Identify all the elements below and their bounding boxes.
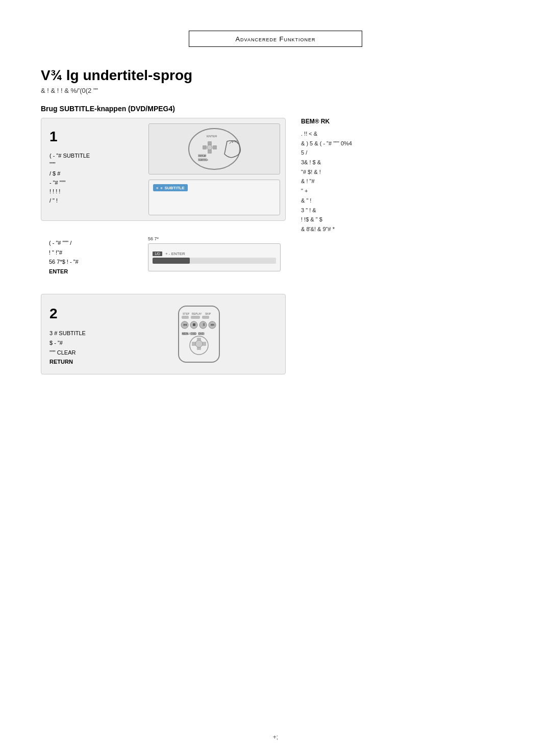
svg-text:REPLAY: REPLAY (198, 155, 207, 157)
step2-number: 2 (49, 301, 135, 326)
screen-bar-dot1: ■ (156, 186, 158, 190)
progress-bar-area: 1/D + - ENTER (148, 243, 281, 271)
svg-text:REPLAY: REPLAY (192, 312, 202, 315)
step2-left: 2 3 # SUBTITLE $ - "# """ CLEAR RETURN (41, 294, 143, 374)
step1-text2: """ (49, 160, 135, 169)
section-heading: Brug SUBTITLE-knappen (DVD/MPEG4) (41, 105, 510, 113)
step1-text1: ( - "# SUBTITLE (49, 152, 135, 161)
svg-text:MENU: MENU (182, 332, 190, 335)
time-label: 56 7* (148, 236, 281, 241)
step1-text6: / " ! (49, 196, 135, 206)
page-wrapper: Advancerede Funktioner V¾ lg undertitel-… (0, 0, 551, 756)
step1-text3: / $ # (49, 169, 135, 179)
progress-labels: 1/D + - ENTER (153, 251, 276, 256)
step2-text2: $ - "# (49, 338, 135, 348)
note-text: . !! < & & ) 5 & ( - "# """ 0%4 5 / 3& !… (301, 129, 510, 234)
remote-image-step1: ENTER REPLAY SUBTITLE (148, 123, 280, 174)
svg-text:⏸: ⏸ (202, 322, 206, 327)
note-line-0: . !! < & (301, 129, 510, 139)
step2-text3: """ CLEAR (49, 348, 135, 358)
svg-rect-15 (182, 316, 189, 319)
step1-number: 1 (49, 125, 135, 148)
svg-rect-3 (203, 145, 207, 149)
step1-p2-text2: ! " !"# (49, 248, 135, 258)
right-column: BEM® RK . !! < & & ) 5 & ( - "# """ 0%4 … (301, 118, 510, 374)
note-line-4: "# $! & ! (301, 167, 510, 177)
svg-text:SKIP: SKIP (205, 312, 211, 315)
subtitle-text: & ! & ! ! & %/'(0(2 "" (41, 87, 510, 94)
progress-track (153, 258, 276, 264)
footer-page: +; (273, 734, 278, 741)
svg-text:⏮: ⏮ (183, 322, 187, 327)
step1-left: 1 ( - "# SUBTITLE """ / $ # - "# """ ! !… (41, 118, 143, 220)
svg-text:⏹: ⏹ (192, 322, 196, 327)
step1-right: ENTER REPLAY SUBTITLE (143, 118, 285, 220)
step1-p2-text1: ( - "# """ / (49, 238, 135, 248)
svg-text:⏭: ⏭ (211, 322, 215, 327)
note-line-5: & ! "# (301, 177, 510, 186)
note-line-8: 3 " ! & (301, 206, 510, 215)
svg-point-37 (195, 340, 203, 347)
header-box: Advancerede Funktioner (189, 31, 362, 47)
step1-text5: ! ! ! ! (49, 187, 135, 196)
note-line-7: & " ! (301, 196, 510, 206)
step1-p2-text4: ENTER (49, 267, 135, 276)
step1-container: 1 ( - "# SUBTITLE """ / $ # - "# """ ! !… (41, 118, 286, 221)
subtitle-screen-bar: ■ ■ SUBTITLE (153, 184, 188, 191)
two-column-layout: 1 ( - "# SUBTITLE """ / $ # - "# """ ! !… (41, 118, 510, 374)
note-line-2: 5 / (301, 148, 510, 158)
svg-rect-16 (191, 316, 200, 319)
step2-right: STEP REPLAY SKIP ⏮ ⏹ ⏸ ⏭ (143, 294, 285, 374)
note-line-6: " + (301, 186, 510, 196)
note-line-10: & 8'&! & 9"# * (301, 224, 510, 234)
note-line-1: & ) 5 & ( - "# """ 0%4 (301, 139, 510, 148)
step1-part2-right: 56 7* 1/D + - ENTER (143, 231, 286, 284)
step1-part2-left: ( - "# """ / ! " !"# 56 7*$ ! - "# ENTER (41, 231, 143, 284)
svg-text:OSD: OSD (191, 332, 196, 335)
progress-fill (153, 258, 190, 264)
svg-text:STEP: STEP (183, 312, 190, 315)
step1-text4: - "# """ (49, 179, 135, 188)
step2-container: 2 3 # SUBTITLE $ - "# """ CLEAR RETURN S… (41, 294, 286, 374)
left-column: 1 ( - "# SUBTITLE """ / $ # - "# """ ! !… (41, 118, 286, 374)
remote-svg-step1: ENTER REPLAY SUBTITLE (176, 126, 253, 172)
progress-enter-label: + - ENTER (165, 251, 185, 256)
header-title: Advancerede Funktioner (235, 35, 315, 43)
svg-rect-4 (213, 145, 217, 149)
remote-svg-step2: STEP REPLAY SKIP ⏮ ⏹ ⏸ ⏭ (168, 304, 260, 365)
svg-point-5 (207, 145, 212, 150)
svg-text:DVD: DVD (198, 332, 204, 335)
svg-text:SUBTITLE: SUBTITLE (198, 159, 208, 161)
svg-rect-17 (202, 316, 209, 319)
step2-text1: 3 # SUBTITLE (49, 329, 135, 338)
note-line-9: ! !$ & " $ (301, 215, 510, 224)
svg-text:ENTER: ENTER (207, 135, 217, 138)
progress-label-1d: 1/D (153, 251, 162, 256)
screen-subtitle-bar: ■ ■ SUBTITLE (148, 180, 280, 215)
progress-wrapper: 1/D + - ENTER (153, 251, 276, 264)
page-title: V¾ lg undertitel-sprog (41, 67, 510, 84)
step1-part2: ( - "# """ / ! " !"# 56 7*$ ! - "# ENTER… (41, 231, 286, 284)
note-heading: BEM® RK (301, 118, 510, 125)
step1-p2-text3: 56 7*$ ! - "# (49, 257, 135, 267)
screen-bar-dot2: ■ (160, 186, 162, 190)
screen-bar-label: SUBTITLE (164, 186, 184, 190)
step2-text4: RETURN (49, 357, 135, 367)
note-line-3: 3& ! $ & (301, 158, 510, 167)
